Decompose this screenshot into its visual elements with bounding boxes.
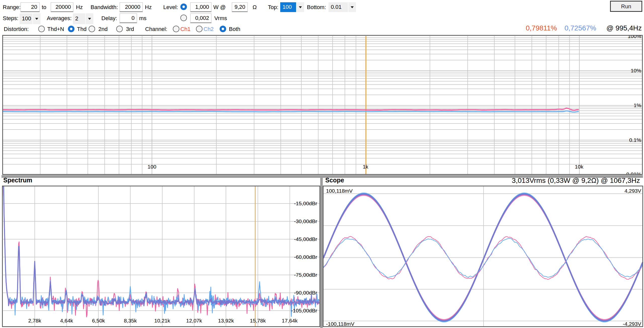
svg-text:3,013Vrms (0,33W @ 9,2Ω) @ 106: 3,013Vrms (0,33W @ 9,2Ω) @ 1067,3Hz	[512, 177, 640, 184]
svg-text:10%: 10%	[631, 68, 641, 73]
svg-text:-15,00dBr: -15,00dBr	[294, 200, 317, 206]
svg-text:4,293V: 4,293V	[624, 188, 641, 194]
svg-text:1%: 1%	[634, 102, 641, 108]
svg-text:2,78k: 2,78k	[28, 318, 41, 323]
svg-text:17,64k: 17,64k	[282, 318, 298, 323]
svg-text:100,118mV: 100,118mV	[326, 188, 353, 194]
svg-text:10,21k: 10,21k	[154, 318, 170, 323]
svg-text:4,64k: 4,64k	[60, 318, 73, 323]
svg-text:-30,00dBr: -30,00dBr	[294, 218, 317, 224]
svg-text:-60,00dBr: -60,00dBr	[294, 254, 317, 260]
svg-text:Scope: Scope	[325, 177, 344, 184]
svg-text:-45,00dBr: -45,00dBr	[294, 236, 317, 242]
svg-text:-90,00dBr: -90,00dBr	[294, 290, 317, 296]
svg-text:100%: 100%	[628, 33, 641, 39]
svg-text:12,07k: 12,07k	[186, 318, 202, 323]
svg-text:-105,00dBr: -105,00dBr	[291, 308, 317, 313]
svg-text:6,50k: 6,50k	[92, 318, 105, 323]
svg-text:1k: 1k	[363, 164, 369, 170]
svg-text:Spectrum: Spectrum	[3, 177, 32, 184]
svg-text:8,35k: 8,35k	[124, 318, 137, 323]
svg-text:13,92k: 13,92k	[218, 318, 234, 323]
svg-text:-100,118mV: -100,118mV	[326, 321, 354, 327]
svg-text:10k: 10k	[575, 164, 583, 170]
svg-text:15,78k: 15,78k	[250, 318, 266, 323]
svg-text:-75,00dBr: -75,00dBr	[294, 272, 317, 278]
svg-text:-4,293V: -4,293V	[623, 321, 641, 327]
svg-text:0.1%: 0.1%	[629, 137, 641, 143]
svg-text:100: 100	[147, 164, 156, 170]
